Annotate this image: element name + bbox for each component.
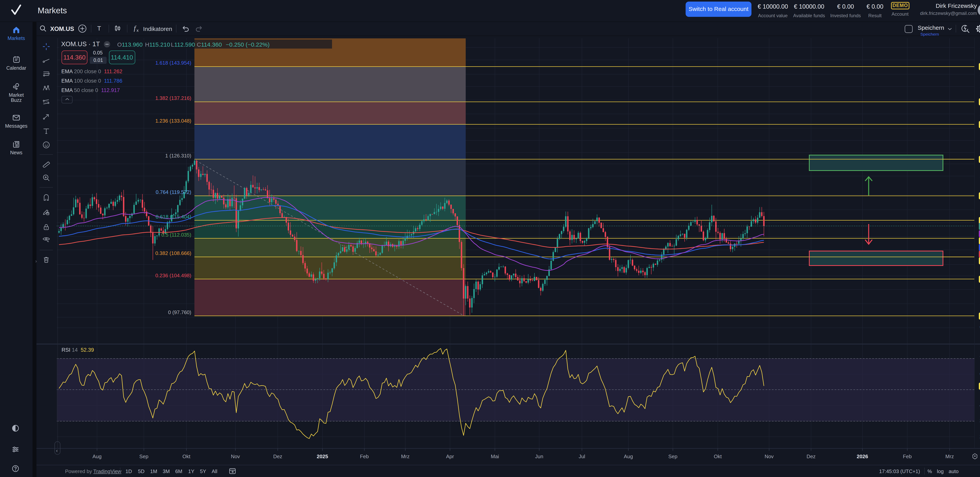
svg-text:x: x: [137, 28, 139, 33]
svg-text:f: f: [134, 24, 137, 32]
